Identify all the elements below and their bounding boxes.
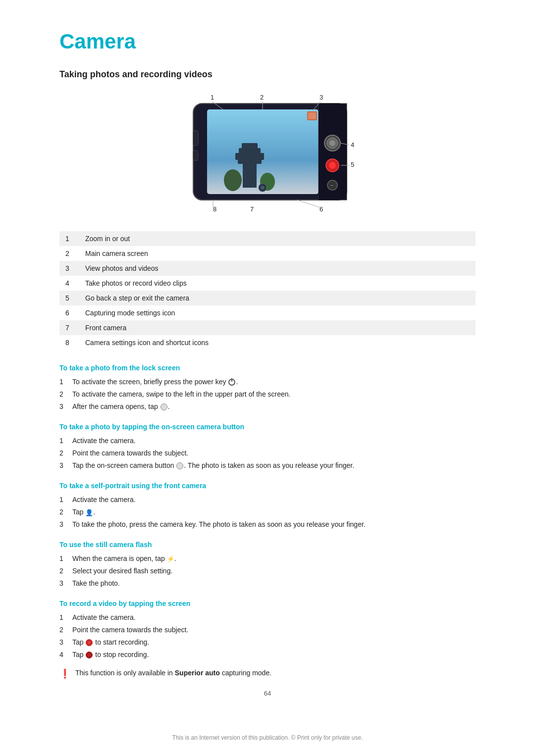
step-text: After the camera opens, tap . <box>72 402 170 412</box>
step-number: 3 <box>59 637 67 648</box>
list-item: 2Point the camera towards the subject. <box>59 624 476 636</box>
steps-flash: 1When the camera is open, tap ⚡.2Select … <box>59 553 476 590</box>
callout-number: 1 <box>59 231 79 246</box>
camera-diagram: ← 1 2 3 4 5 6 7 8 <box>59 89 476 222</box>
note-text-after: capturing mode. <box>220 669 271 677</box>
table-row: 8Camera settings icon and shortcut icons <box>59 335 476 350</box>
step-number: 3 <box>59 402 67 412</box>
step-text: Tap the on-screen camera button . The ph… <box>72 460 354 471</box>
callout-description: Go back a step or exit the camera <box>79 291 476 305</box>
step-number: 2 <box>59 566 67 576</box>
step-number: 3 <box>59 460 67 471</box>
callout-description: Front camera <box>79 320 476 335</box>
step-number: 1 <box>59 436 67 446</box>
list-item: 3Take the photo. <box>59 577 476 590</box>
step-number: 2 <box>59 448 67 458</box>
diagram-svg: ← 1 2 3 4 5 6 7 8 <box>163 89 372 222</box>
svg-rect-7 <box>242 143 258 149</box>
callout-description: Main camera screen <box>79 246 476 261</box>
steps-lock-screen: 1To activate the screen, briefly press t… <box>59 376 476 413</box>
table-row: 6Capturing mode settings icon <box>59 305 476 320</box>
list-item: 2Point the camera towards the subject. <box>59 447 476 459</box>
svg-text:7: 7 <box>250 205 254 213</box>
list-item: 3Tap to start recording. <box>59 636 476 649</box>
note-box: ❗ This function is only available in Sup… <box>59 669 476 680</box>
steps-on-screen-button: 1Activate the camera.2Point the camera t… <box>59 435 476 472</box>
step-text: To activate the camera, swipe to the lef… <box>72 389 290 400</box>
callout-description: Zoom in or out <box>79 231 476 246</box>
list-item: 2To activate the camera, swipe to the le… <box>59 388 476 401</box>
list-item: 3Tap the on-screen camera button . The p… <box>59 459 476 472</box>
svg-text:8: 8 <box>213 205 216 213</box>
step-text: To activate the screen, briefly press th… <box>72 377 238 387</box>
callout-number: 8 <box>59 335 79 350</box>
table-row: 7Front camera <box>59 320 476 335</box>
list-item: 1To activate the screen, briefly press t… <box>59 376 476 388</box>
svg-point-14 <box>329 140 335 146</box>
table-row: 2Main camera screen <box>59 246 476 261</box>
callout-number: 5 <box>59 291 79 305</box>
subheading-record-video: To record a video by tapping the screen <box>59 600 476 607</box>
step-text: Take the photo. <box>72 578 120 589</box>
callout-number: 6 <box>59 305 79 320</box>
note-text: This function is only available in Super… <box>75 669 271 677</box>
page-number: 64 <box>59 690 476 697</box>
svg-rect-20 <box>308 112 316 119</box>
page-title: Camera <box>59 30 476 53</box>
list-item: 2Select your desired flash setting. <box>59 565 476 577</box>
step-text: Activate the camera. <box>72 495 136 505</box>
step-text: Activate the camera. <box>72 612 136 623</box>
svg-text:2: 2 <box>260 94 264 101</box>
list-item: 1When the camera is open, tap ⚡. <box>59 553 476 565</box>
callout-number: 4 <box>59 276 79 291</box>
note-text-before: This function is only available in <box>75 669 175 677</box>
callout-number: 7 <box>59 320 79 335</box>
step-text: Tap to start recording. <box>72 637 149 648</box>
svg-text:3: 3 <box>320 94 323 101</box>
list-item: 4Tap to stop recording. <box>59 649 476 661</box>
svg-point-8 <box>224 169 242 191</box>
table-row: 5Go back a step or exit the camera <box>59 291 476 305</box>
table-row: 4Take photos or record video clips <box>59 276 476 291</box>
step-text: Point the camera towards the subject. <box>72 625 188 635</box>
list-item: 1Activate the camera. <box>59 611 476 624</box>
callout-table: 1Zoom in or out2Main camera screen3View … <box>59 231 476 350</box>
callout-number: 2 <box>59 246 79 261</box>
step-number: 1 <box>59 495 67 505</box>
subheading-self-portrait: To take a self-portrait using the front … <box>59 482 476 490</box>
list-item: 1Activate the camera. <box>59 494 476 506</box>
footer-text: This is an Internet version of this publ… <box>0 734 535 741</box>
list-item: 3To take the photo, press the camera key… <box>59 518 476 531</box>
step-text: Activate the camera. <box>72 436 136 446</box>
subheading-lock-screen: To take a photo from the lock screen <box>59 364 476 372</box>
svg-point-16 <box>329 162 336 169</box>
svg-text:1: 1 <box>211 94 214 101</box>
svg-text:6: 6 <box>320 205 323 213</box>
subheading-flash: To use the still camera flash <box>59 541 476 549</box>
step-text: To take the photo, press the camera key.… <box>72 519 366 530</box>
step-text: Point the camera towards the subject. <box>72 448 188 458</box>
svg-point-22 <box>261 186 265 190</box>
callout-description: Camera settings icon and shortcut icons <box>79 335 476 350</box>
table-row: 1Zoom in or out <box>59 231 476 246</box>
callout-number: 3 <box>59 261 79 276</box>
list-item: 3After the camera opens, tap . <box>59 401 476 413</box>
table-row: 3View photos and videos <box>59 261 476 276</box>
svg-rect-23 <box>193 131 198 146</box>
step-number: 2 <box>59 507 67 517</box>
step-text: Tap to stop recording. <box>72 650 149 660</box>
list-item: 1Activate the camera. <box>59 435 476 447</box>
svg-text:←: ← <box>330 182 335 188</box>
svg-text:4: 4 <box>351 141 354 149</box>
callout-description: Take photos or record video clips <box>79 276 476 291</box>
step-text: When the camera is open, tap ⚡. <box>72 554 176 564</box>
svg-line-36 <box>297 200 320 207</box>
svg-text:5: 5 <box>351 161 354 168</box>
step-text: Select your desired flash setting. <box>72 566 172 576</box>
steps-self-portrait: 1Activate the camera.2Tap 👤.3To take the… <box>59 494 476 531</box>
step-number: 2 <box>59 625 67 635</box>
section-title: Taking photos and recording videos <box>59 69 476 80</box>
step-number: 3 <box>59 519 67 530</box>
step-number: 3 <box>59 578 67 589</box>
callout-description: View photos and videos <box>79 261 476 276</box>
